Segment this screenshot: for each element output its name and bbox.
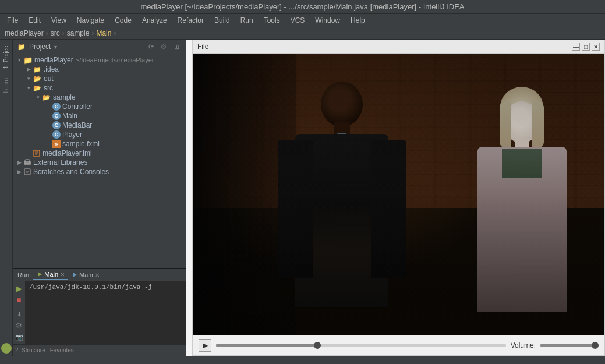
src-folder-icon: 📂 [33, 84, 42, 92]
run-tab-label-2: Main [79, 271, 93, 278]
run-tabs: Run: Main ✕ Main ✕ [13, 269, 186, 281]
vtab-favorites[interactable]: Favorites [50, 347, 74, 354]
menu-window[interactable]: Window [310, 15, 345, 26]
run-tab-close-2[interactable]: ✕ [95, 272, 100, 278]
run-tab-icon-2 [72, 272, 77, 278]
menu-refactor[interactable]: Refactor [173, 15, 208, 26]
tree-item-iml[interactable]: mediaPlayer.iml [13, 149, 186, 158]
svg-marker-9 [38, 272, 42, 277]
breadcrumb-bar: mediaPlayer › src › sample › Main › [0, 27, 605, 40]
figure-right-hair-left [500, 101, 511, 148]
volume-label: Volume: [511, 341, 536, 349]
run-label: Run: [15, 269, 33, 281]
controller-class-icon: C [52, 103, 61, 111]
expand-icon[interactable]: ⊞ [172, 42, 181, 51]
vertical-tabs-left: 1: Project Learn ! [0, 40, 13, 356]
tree-item-root[interactable]: ▾ 📁 mediaPlayer ~/IdeaProjects/mediaPlay… [13, 55, 186, 65]
sidebar: 📁 Project ▾ ⟳ ⚙ ⊞ ▾ 📁 mediaPlayer ~/Idea… [13, 40, 186, 356]
window-controls: — □ ✕ [572, 43, 600, 51]
breadcrumb-main[interactable]: Main [96, 29, 111, 37]
progress-bar-container[interactable] [216, 344, 506, 347]
window-close[interactable]: ✕ [592, 43, 600, 51]
run-output-text: /usr/java/jdk-10.0.1/bin/java -j [29, 284, 152, 291]
menu-vcs[interactable]: VCS [286, 15, 310, 26]
menu-run[interactable]: Run [236, 15, 258, 26]
breadcrumb-sample[interactable]: sample [67, 29, 90, 37]
tree-item-src[interactable]: ▾ 📂 src [13, 83, 186, 93]
tree-item-idea[interactable]: ▶ 📁 .idea [13, 65, 186, 74]
bottom-vtabs: 2: Structure Favorites [13, 344, 186, 356]
notification-badge: ! [1, 343, 12, 354]
project-tree: ▾ 📁 mediaPlayer ~/IdeaProjects/mediaPlay… [13, 54, 186, 268]
menu-view[interactable]: View [47, 15, 71, 26]
menu-navigate[interactable]: Navigate [72, 15, 109, 26]
run-output: /usr/java/jdk-10.0.1/bin/java -j [26, 281, 186, 344]
volume-bar-container[interactable] [540, 344, 599, 347]
folder-icon: 📁 [17, 43, 26, 51]
volume-fill [540, 344, 596, 347]
scratches-label: Scratches and Consoles [33, 168, 109, 176]
menu-bar: File Edit View Navigate Code Analyze Ref… [0, 14, 605, 27]
run-tab-main-2[interactable]: Main ✕ [68, 270, 103, 280]
media-controls: ▶ Volume: [193, 335, 604, 355]
tree-item-sample[interactable]: ▾ 📂 sample [13, 93, 186, 102]
tree-item-ext-lib[interactable]: ▶ External Libraries [13, 158, 186, 167]
sidebar-header: 📁 Project ▾ ⟳ ⚙ ⊞ [13, 40, 186, 54]
tree-item-main[interactable]: C Main [13, 111, 186, 121]
floating-window: File — □ ✕ [192, 40, 605, 356]
menu-analyze[interactable]: Analyze [137, 15, 172, 26]
vtab-structure[interactable]: 2: Structure [15, 347, 45, 354]
iml-file-icon [33, 149, 41, 157]
tree-item-scratches[interactable]: ▶ Scratches and Consoles [13, 167, 186, 176]
figure-left-head [321, 82, 363, 127]
run-btn-camera[interactable]: 📷 [14, 333, 24, 342]
run-tab-close-1[interactable]: ✕ [60, 271, 65, 278]
menu-tools[interactable]: Tools [259, 15, 285, 26]
breadcrumb-src[interactable]: src [51, 29, 60, 37]
progress-thumb[interactable] [314, 342, 321, 349]
dropdown-icon[interactable]: ▾ [54, 44, 57, 50]
sidebar-header-actions: ⟳ ⚙ ⊞ [146, 42, 181, 51]
tree-item-player[interactable]: C Player [13, 130, 186, 139]
run-tab-main-1[interactable]: Main ✕ [33, 270, 68, 280]
figure-right [472, 96, 571, 315]
run-btn-scroll-end[interactable]: ⬇ [14, 309, 24, 319]
breadcrumb-mediaplayer[interactable]: mediaPlayer [5, 29, 44, 37]
menu-help[interactable]: Help [346, 15, 370, 26]
fxml-file-icon: fx [52, 140, 61, 148]
mediaplayer-icon: 📁 [23, 56, 33, 64]
sync-icon[interactable]: ⟳ [146, 42, 155, 51]
menu-edit[interactable]: Edit [24, 15, 45, 26]
menu-file[interactable]: File [2, 15, 23, 26]
vtab-project[interactable]: 1: Project [1, 40, 11, 73]
run-btn-stop[interactable]: ■ [14, 295, 24, 305]
player-class-icon: C [52, 130, 61, 139]
menu-build[interactable]: Build [210, 15, 235, 26]
tree-item-out[interactable]: ▾ 📂 out [13, 74, 186, 83]
play-button[interactable]: ▶ [199, 339, 211, 352]
figure-left-arm-l [278, 140, 313, 278]
ext-lib-icon [23, 158, 31, 167]
idea-folder-icon: 📁 [33, 65, 42, 73]
volume-thumb[interactable] [592, 342, 599, 349]
run-toolbar: ▶ ■ ⬇ ⚙ 📷 [13, 281, 26, 344]
figure-left [284, 82, 400, 312]
run-tab-label-1: Main [44, 271, 58, 278]
progress-fill [216, 344, 317, 347]
window-titlebar: File — □ ✕ [193, 40, 604, 54]
figure-right-hair-right [532, 101, 544, 148]
run-btn-rerun[interactable]: ▶ [14, 284, 24, 293]
vtab-learn[interactable]: Learn [1, 73, 11, 98]
scratches-icon [23, 168, 31, 176]
tree-item-mediabar[interactable]: C MediaBar [13, 121, 186, 130]
window-minimize[interactable]: — [572, 43, 580, 51]
tree-item-controller[interactable]: C Controller [13, 102, 186, 111]
run-btn-settings[interactable]: ⚙ [14, 321, 24, 330]
settings-icon[interactable]: ⚙ [159, 42, 168, 51]
bottom-panel: Run: Main ✕ Main ✕ [13, 268, 186, 344]
menu-code[interactable]: Code [110, 15, 136, 26]
tree-item-fxml[interactable]: fx sample.fxml [13, 139, 186, 149]
sidebar-title: Project [29, 43, 51, 51]
title-bar: mediaPlayer [~/IdeaProjects/mediaPlayer]… [0, 0, 605, 14]
window-restore[interactable]: □ [582, 43, 590, 51]
